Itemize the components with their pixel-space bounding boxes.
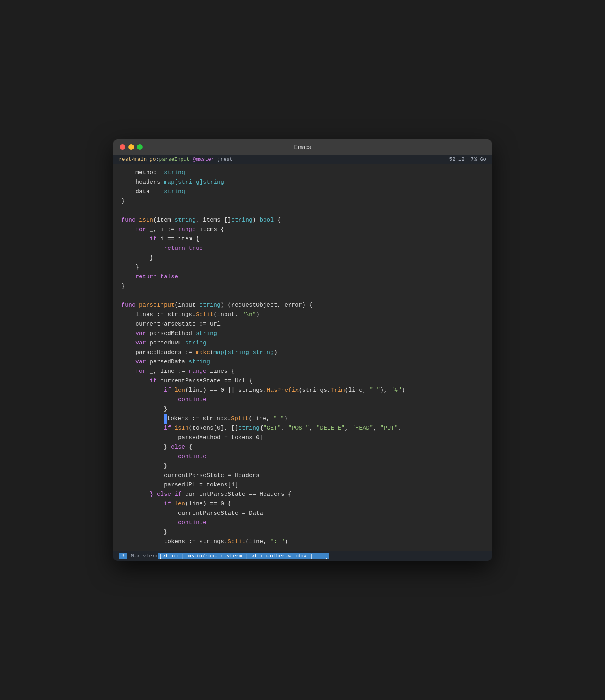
window-title: Emacs [294,144,311,150]
code-line: if len(line) == 0 { [113,499,492,509]
code-line: currentParseState = Headers [113,471,492,480]
completion-highlight: [vterm | meain/run-in-vterm | vterm-othe… [158,553,329,559]
minibuffer[interactable]: M-x vterm[vterm | meain/run-in-vterm | v… [131,553,486,559]
status-filename: rest/main.go [119,156,156,162]
code-line: for _, i := range items { [113,225,492,235]
code-line: |tokens := strings.Split(line, " ") [113,414,492,424]
line-number: 6 [119,553,127,559]
code-line: func isIn(item string, items []string) b… [113,216,492,225]
code-line: } else if currentParseState == Headers { [113,490,492,499]
code-line: continue [113,518,492,528]
code-line: continue [113,395,492,405]
code-line: method string [113,168,492,178]
code-line: } [113,528,492,537]
status-funcname: parseInput [159,156,189,162]
code-line: } [113,462,492,471]
code-line: return false [113,272,492,282]
code-line [113,291,492,301]
code-line: parsedHeaders := make(map[string]string) [113,348,492,357]
code-line [113,206,492,216]
status-bar: rest/main.go:parseInput @master ;rest 52… [113,155,492,164]
code-line: currentParseState = Data [113,509,492,518]
code-line: } [113,263,492,272]
code-line: if len(line) == 0 || strings.HasPrefix(s… [113,386,492,395]
code-line: currentParseState := Url [113,320,492,329]
minimize-button[interactable] [128,144,134,150]
maximize-button[interactable] [137,144,143,150]
status-branch: @master [193,156,214,162]
close-button[interactable] [120,144,125,150]
code-line: } [113,405,492,414]
bottom-bar: 6 M-x vterm[vterm | meain/run-in-vterm |… [113,551,492,561]
code-line: } [113,253,492,263]
code-line: tokens := strings.Split(line, ": ") [113,537,492,547]
code-line: lines := strings.Split(input, "\n") [113,310,492,320]
status-rest: ;rest [214,156,233,162]
code-line: if isIn(tokens[0], []string{"GET", "POST… [113,424,492,433]
code-line: for _, line := range lines { [113,367,492,376]
code-line: if currentParseState == Url { [113,376,492,386]
status-left: rest/main.go:parseInput @master ;rest [119,156,233,162]
code-area[interactable]: method string headers map[string]string … [113,164,492,551]
code-line: parsedMethod = tokens[0] [113,433,492,443]
code-line: var parsedMethod string [113,329,492,339]
status-right: 52:12 7% Go [449,156,486,162]
emacs-window: Emacs rest/main.go:parseInput @master ;r… [113,139,492,561]
code-line: } else { [113,443,492,452]
code-line: parsedURL = tokens[1] [113,480,492,490]
code-line: if i == item { [113,235,492,244]
status-position: 52:12 7% Go [449,156,486,162]
code-line: var parsedData string [113,357,492,367]
code-line: func parseInput(input string) (requestOb… [113,301,492,310]
title-bar: Emacs [113,139,492,155]
code-line: } [113,282,492,291]
code-line: return true [113,244,492,253]
code-line: var parsedURL string [113,339,492,348]
code-line: data string [113,187,492,197]
code-line: headers map[string]string [113,178,492,187]
code-line: } [113,197,492,206]
traffic-lights [120,144,143,150]
code-line: continue [113,452,492,462]
